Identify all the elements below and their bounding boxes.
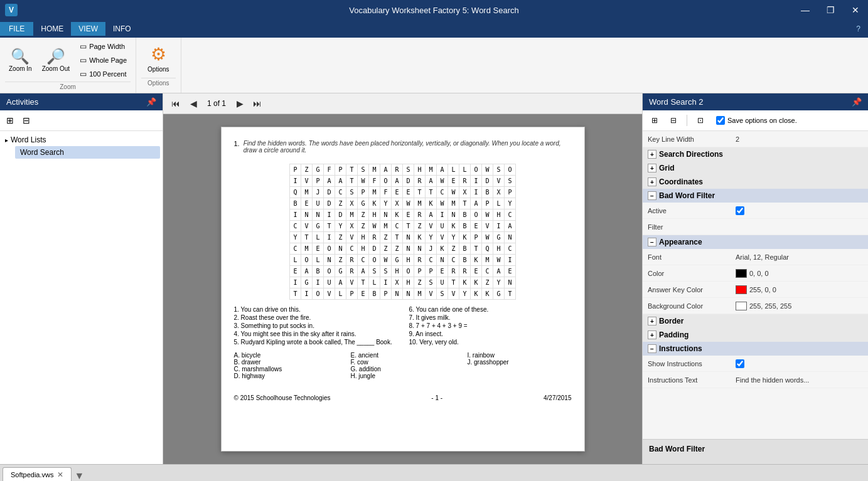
zoom-out-button[interactable]: 🔎 Zoom Out bbox=[38, 46, 73, 75]
grid-cell: N bbox=[324, 255, 335, 266]
tree-word-search[interactable]: Word Search bbox=[15, 146, 160, 159]
menu-info[interactable]: INFO bbox=[105, 22, 139, 36]
bad-word-filter-expand[interactable]: − bbox=[648, 191, 656, 200]
sidebar-tool-2[interactable]: ⊟ bbox=[19, 113, 34, 128]
grid-cell: G bbox=[313, 164, 324, 176]
answer-key-color-swatch[interactable] bbox=[736, 285, 747, 294]
ribbon-zoom-group: 🔍 Zoom In 🔎 Zoom Out ▭ Page Width ▭ Whol… bbox=[0, 38, 136, 93]
whole-page-button[interactable]: ▭ Whole Page bbox=[76, 54, 131, 66]
grid-cell: Y bbox=[448, 232, 459, 243]
zoom-in-button[interactable]: 🔍 Zoom In bbox=[5, 46, 36, 75]
grid-cell: V bbox=[448, 288, 459, 300]
tab-add-button[interactable]: ▼ bbox=[74, 470, 84, 481]
search-directions-expand[interactable]: + bbox=[648, 150, 656, 159]
hundred-percent-button[interactable]: ▭ 100 Percent bbox=[76, 68, 131, 80]
save-options-label: Save options on close. bbox=[727, 117, 797, 124]
grid-cell: A bbox=[380, 164, 392, 176]
instructions-expand[interactable]: − bbox=[648, 344, 656, 353]
grid-cell: D bbox=[335, 209, 346, 221]
doc-scroll[interactable]: 1. Find the hidden words. The words have… bbox=[163, 114, 642, 464]
border-label: Border bbox=[659, 317, 683, 325]
grid-cell: M bbox=[414, 288, 426, 300]
ribbon-view-options: ▭ Page Width ▭ Whole Page ▭ 100 Percent bbox=[76, 40, 131, 80]
minimize-button[interactable]: — bbox=[793, 0, 818, 20]
color-row: Color 0, 0, 0 bbox=[643, 265, 868, 282]
coordinates-expand[interactable]: + bbox=[648, 177, 656, 186]
grid-header[interactable]: + Grid bbox=[643, 161, 868, 175]
nav-first-button[interactable]: ⏮ bbox=[168, 96, 183, 111]
coordinates-header[interactable]: + Coordinates bbox=[643, 175, 868, 189]
grid-cell: C bbox=[482, 266, 493, 277]
grid-cell: Z bbox=[335, 198, 346, 209]
active-row: Active bbox=[643, 203, 868, 219]
page-width-button[interactable]: ▭ Page Width bbox=[76, 40, 131, 53]
grid-cell: V bbox=[482, 221, 493, 232]
grid-cell: X bbox=[493, 187, 505, 198]
grid-cell: B bbox=[482, 187, 493, 198]
coordinates-label: Coordinates bbox=[659, 177, 703, 186]
panel-tool-grid2[interactable]: ⊟ bbox=[665, 113, 682, 128]
background-color-swatch[interactable] bbox=[736, 302, 747, 310]
grid-cell: O bbox=[313, 288, 324, 300]
panel-tool-grid3[interactable]: ⊡ bbox=[692, 113, 709, 128]
color-swatch[interactable] bbox=[736, 269, 747, 278]
grid-cell: H bbox=[358, 243, 369, 255]
instructions-header[interactable]: − Instructions bbox=[643, 342, 868, 356]
search-directions-header[interactable]: + Search Directions bbox=[643, 147, 868, 161]
close-button[interactable]: ✕ bbox=[843, 0, 868, 20]
menu-view[interactable]: VIEW bbox=[71, 22, 105, 36]
tab-label: Softpedia.vws bbox=[11, 471, 53, 478]
sidebar-tool-1[interactable]: ⊞ bbox=[3, 113, 18, 128]
title-bar: V Vocabulary Worksheet Factory 5: Word S… bbox=[0, 0, 868, 20]
grid-cell: C bbox=[505, 243, 516, 255]
tree-word-lists[interactable]: ▸ Word Lists bbox=[3, 134, 160, 146]
padding-header[interactable]: + Padding bbox=[643, 328, 868, 342]
grid-cell: S bbox=[380, 266, 392, 277]
grid-cell: W bbox=[358, 176, 369, 187]
answer-item: J. grasshopper bbox=[468, 359, 572, 366]
nav-last-button[interactable]: ⏭ bbox=[250, 96, 265, 111]
grid-cell: G bbox=[313, 221, 324, 232]
bad-word-filter-header[interactable]: − Bad Word Filter bbox=[643, 189, 868, 203]
word-search-grid: PZGFPTSMARSHMALLOWSOIVPAATWFOADRAWERIDVS… bbox=[289, 164, 516, 300]
active-checkbox[interactable] bbox=[736, 206, 744, 215]
menu-file[interactable]: FILE bbox=[0, 22, 33, 36]
grid-cell: P bbox=[426, 266, 437, 277]
tab-softpedia[interactable]: Softpedia.vws ✕ bbox=[3, 467, 72, 481]
grid-cell: W bbox=[437, 198, 448, 209]
document-area: ⏮ ◀ 1 of 1 ▶ ⏭ 1. Find the hidden words.… bbox=[163, 93, 642, 464]
panel-tool-grid1[interactable]: ⊞ bbox=[646, 113, 663, 128]
menu-home[interactable]: HOME bbox=[33, 22, 71, 36]
show-instructions-checkbox[interactable] bbox=[736, 359, 744, 368]
grid-cell: K bbox=[471, 288, 482, 300]
grid-expand[interactable]: + bbox=[648, 164, 656, 172]
border-header[interactable]: + Border bbox=[643, 314, 868, 328]
grid-cell: P bbox=[414, 266, 426, 277]
border-expand[interactable]: + bbox=[648, 317, 656, 325]
grid-cell: N bbox=[437, 255, 448, 266]
grid-cell: Z bbox=[414, 221, 426, 232]
padding-expand[interactable]: + bbox=[648, 330, 656, 339]
options-button[interactable]: ⚙ Options bbox=[141, 40, 175, 77]
sidebar-pin-icon[interactable]: 📌 bbox=[146, 97, 156, 107]
grid-cell: E bbox=[505, 266, 516, 277]
show-instructions-container bbox=[736, 359, 863, 368]
appearance-expand[interactable]: − bbox=[648, 238, 656, 246]
zoom-in-icon: 🔍 bbox=[11, 49, 29, 64]
nav-prev-button[interactable]: ◀ bbox=[186, 96, 201, 111]
grid-cell: K bbox=[369, 198, 380, 209]
help-button[interactable]: ? bbox=[849, 22, 868, 36]
nav-next-button[interactable]: ▶ bbox=[232, 96, 247, 111]
grid-cell: O bbox=[301, 255, 313, 266]
grid-cell: N bbox=[505, 232, 516, 243]
restore-button[interactable]: ❐ bbox=[818, 0, 843, 20]
grid-cell: K bbox=[437, 243, 448, 255]
tab-close-button[interactable]: ✕ bbox=[57, 470, 63, 479]
grid-cell: U bbox=[437, 221, 448, 232]
filter-label: Filter bbox=[648, 223, 736, 231]
grid-cell: M bbox=[380, 221, 392, 232]
save-options-checkbox[interactable] bbox=[716, 116, 725, 125]
right-panel-pin-icon[interactable]: 📌 bbox=[852, 97, 862, 107]
appearance-header[interactable]: − Appearance bbox=[643, 235, 868, 249]
clues-section: 1. You can drive on this.2. Roast these … bbox=[234, 306, 572, 347]
